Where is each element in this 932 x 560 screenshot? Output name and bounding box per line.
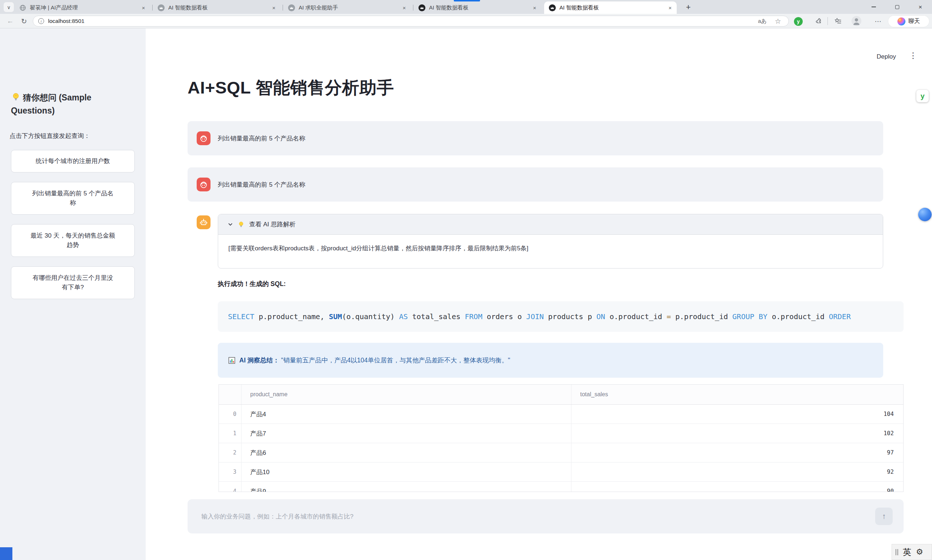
- browser-tab-1[interactable]: 翟苌坤 | AI产品经理 ×: [15, 2, 150, 14]
- assistant-avatar: [197, 215, 210, 229]
- bookmark-star-button[interactable]: ☆: [773, 16, 783, 26]
- tab-close-icon[interactable]: ×: [531, 5, 538, 12]
- sql-token: ORDER: [829, 312, 851, 321]
- row-index: 3: [219, 463, 241, 482]
- floating-extension-button[interactable]: y: [917, 90, 929, 102]
- column-header[interactable]: total_sales: [571, 385, 903, 404]
- sql-token: o.product_id: [767, 312, 829, 321]
- sql-code-line: SELECT p.product_name, SUM(o.quantity) A…: [228, 312, 851, 321]
- sql-token: ON: [597, 312, 605, 321]
- table-header-row: product_name total_sales: [219, 385, 903, 405]
- product-name-cell: 产品10: [241, 463, 571, 482]
- sql-token: p.product_name,: [254, 312, 329, 321]
- taskbar-corner-widget[interactable]: [0, 547, 12, 560]
- translate-button[interactable]: aあ: [756, 16, 768, 26]
- sql-token: FROM: [465, 312, 482, 321]
- ime-toolbar: 英 ⚙: [892, 544, 932, 560]
- sample-question-button-2[interactable]: 列出销量最高的前 5 个产品名称: [11, 182, 135, 215]
- expander-header[interactable]: 查看 AI 思路解析: [218, 214, 883, 235]
- ai-insight-banner: AI 洞察总结： "销量前五产品中，产品4以104单位居首，与其他产品差距不大，…: [218, 343, 883, 378]
- browser-toolbar: ← ↻ i localhost:8501 aあ ☆ y ⋯: [0, 14, 932, 28]
- tab-loading-indicator: [454, 0, 480, 2]
- window-restore-button[interactable]: [886, 0, 909, 14]
- row-index: 0: [219, 405, 241, 423]
- insight-quote: "销量前五产品中，产品4以104单位居首，与其他产品差距不大，整体表现均衡。": [281, 357, 510, 364]
- ime-language-toggle[interactable]: 英: [903, 546, 911, 558]
- product-name-cell: 产品4: [241, 405, 571, 423]
- deploy-button[interactable]: Deploy: [876, 53, 896, 60]
- browser-tab-4[interactable]: AI 智能数据看板 ×: [414, 2, 541, 14]
- sidebar-heading-text: 猜你想问 (Sample Questions): [11, 93, 91, 115]
- floating-assistant-button[interactable]: [918, 208, 932, 221]
- sample-question-button-1[interactable]: 统计每个城市的注册用户数: [11, 150, 135, 172]
- insight-prefix: AI 洞察总结：: [239, 357, 279, 364]
- sql-token: SELECT: [228, 312, 254, 321]
- column-header[interactable]: product_name: [241, 385, 571, 404]
- window-minimize-button[interactable]: [862, 0, 886, 14]
- toolbar-divider: [827, 17, 828, 25]
- sql-token: (o.quantity): [342, 312, 399, 321]
- tab-close-icon[interactable]: ×: [270, 5, 278, 12]
- expander-label: 查看 AI 思路解析: [249, 220, 296, 229]
- tab-title: AI 智能数据看板: [559, 5, 664, 11]
- sample-question-label: 有哪些用户在过去三个月里没有下单?: [30, 273, 116, 292]
- window-close-button[interactable]: ×: [909, 0, 932, 14]
- sql-code-block[interactable]: SELECT p.product_name, SUM(o.quantity) A…: [218, 301, 904, 332]
- lightbulb-icon: [238, 221, 245, 228]
- chat-input[interactable]: 输入你的业务问题，例如：上个月各城市的销售额占比? ↑: [188, 499, 904, 534]
- app-menu-button[interactable]: ⋮: [909, 51, 917, 60]
- sql-token: =: [667, 312, 671, 321]
- sidebar-heading: 猜你想问 (Sample Questions): [11, 91, 128, 117]
- lightbulb-icon: [11, 92, 21, 102]
- url-text[interactable]: localhost:8501: [48, 18, 85, 25]
- browser-tab-5-active[interactable]: AI 智能数据看板 ×: [544, 2, 677, 14]
- sql-token: p.product_id: [671, 312, 732, 321]
- tab-title: AI 智能数据看板: [429, 5, 529, 11]
- minimize-icon: [872, 6, 876, 7]
- tab-divider: [152, 5, 153, 11]
- ai-reasoning-expander: 查看 AI 思路解析 [需要关联orders表和products表，按produ…: [218, 214, 883, 269]
- row-index: 1: [219, 424, 241, 443]
- sql-token: o.product_id: [605, 312, 667, 321]
- product-name-cell: 产品9: [241, 482, 571, 492]
- table-row: 0 产品4 104: [219, 405, 903, 424]
- back-icon: ←: [7, 17, 14, 25]
- address-bar[interactable]: i localhost:8501: [33, 15, 789, 26]
- send-arrow-icon: ↑: [882, 512, 886, 521]
- tab-close-icon[interactable]: ×: [401, 5, 408, 12]
- total-sales-cell: 97: [571, 443, 903, 462]
- new-tab-button[interactable]: +: [683, 2, 693, 12]
- crown-icon: [158, 5, 165, 11]
- sql-token: products p: [544, 312, 597, 321]
- copilot-chat-button[interactable]: 聊天: [888, 15, 929, 27]
- tab-close-icon[interactable]: ×: [140, 5, 147, 12]
- sql-token: total_sales: [408, 312, 465, 321]
- page-title: AI+SQL 智能销售分析助手: [188, 76, 394, 99]
- insight-text: AI 洞察总结： "销量前五产品中，产品4以104单位居首，与其他产品差距不大，…: [239, 356, 510, 365]
- tab-title: 翟苌坤 | AI产品经理: [30, 5, 138, 11]
- browser-tab-2[interactable]: AI 智能数据看板 ×: [153, 2, 281, 14]
- browser-tab-3[interactable]: AI 求职全能助手 ×: [283, 2, 411, 14]
- tab-search-button[interactable]: ∨: [4, 2, 14, 12]
- crown-icon: [549, 5, 556, 11]
- chevron-down-icon: [228, 222, 233, 227]
- favorites-list-button[interactable]: [833, 16, 844, 26]
- sample-question-button-4[interactable]: 有哪些用户在过去三个月里没有下单?: [11, 266, 135, 299]
- tab-close-icon[interactable]: ×: [667, 4, 674, 11]
- extensions-button[interactable]: [814, 16, 824, 26]
- back-button[interactable]: ←: [5, 16, 15, 26]
- result-dataframe[interactable]: product_name total_sales 0 产品4 104 1 产品7…: [219, 384, 904, 492]
- site-info-icon[interactable]: i: [38, 18, 44, 24]
- sql-token: JOIN: [526, 312, 544, 321]
- chat-input-placeholder: 输入你的业务问题，例如：上个月各城市的销售额占比?: [201, 499, 353, 534]
- ime-grip-handle[interactable]: [896, 549, 898, 555]
- user-face-icon: [199, 180, 208, 189]
- sql-token: orders o: [482, 312, 526, 321]
- extension-y-button[interactable]: y: [794, 17, 803, 26]
- browser-menu-button[interactable]: ⋯: [873, 16, 884, 26]
- profile-avatar[interactable]: [852, 16, 861, 26]
- reload-button[interactable]: ↻: [19, 16, 29, 26]
- sample-question-button-3[interactable]: 最近 30 天，每天的销售总金额趋势: [11, 224, 135, 257]
- send-button[interactable]: ↑: [875, 508, 893, 525]
- ime-settings-gear-icon[interactable]: ⚙: [916, 547, 923, 557]
